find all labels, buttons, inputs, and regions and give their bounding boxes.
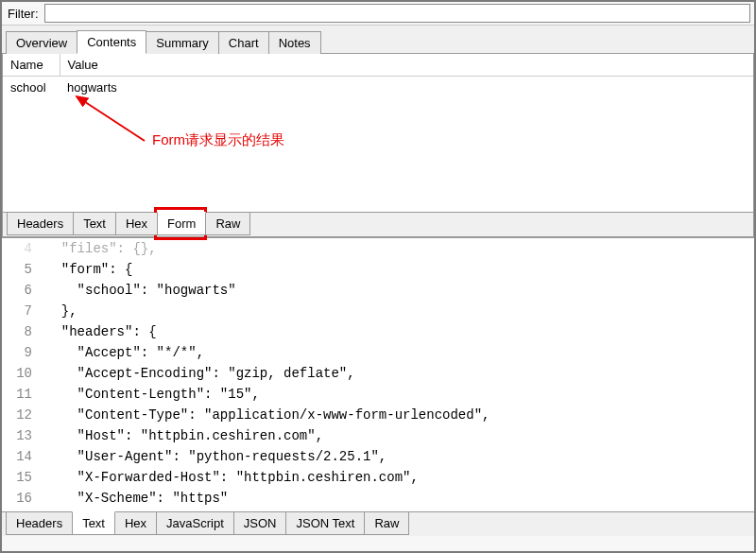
code-line: 15 "X-Forwarded-Host": "httpbin.ceshiren… bbox=[2, 467, 754, 488]
code-line: 4 "files": {}, bbox=[2, 238, 754, 259]
code-text: "Accept": "*/*", bbox=[45, 342, 754, 363]
request-tab-text[interactable]: Text bbox=[73, 213, 116, 235]
main-tab-overview[interactable]: Overview bbox=[6, 31, 77, 54]
cell-name: school bbox=[3, 77, 60, 99]
col-header-value[interactable]: Value bbox=[60, 54, 753, 77]
line-number: 11 bbox=[2, 384, 45, 405]
response-view-tabbar: HeadersTextHexJavaScriptJSONJSON TextRaw bbox=[2, 511, 754, 536]
code-text: "form": { bbox=[45, 259, 754, 280]
code-line: 13 "Host": "httpbin.ceshiren.com", bbox=[2, 425, 754, 446]
upper-pane: Name Value schoolhogwarts Form请求显示的结果 He… bbox=[2, 54, 754, 236]
main-tab-chart[interactable]: Chart bbox=[218, 31, 269, 54]
line-number: 15 bbox=[2, 467, 45, 488]
main-tab-contents[interactable]: Contents bbox=[77, 30, 146, 54]
main-tabbar: OverviewContentsSummaryChartNotes bbox=[2, 26, 754, 54]
code-text: "headers": { bbox=[45, 321, 754, 342]
code-line: 6 "school": "hogwarts" bbox=[2, 280, 754, 301]
code-line: 9 "Accept": "*/*", bbox=[2, 342, 754, 363]
line-number: 4 bbox=[2, 238, 45, 259]
line-number: 14 bbox=[2, 446, 45, 467]
request-tab-form[interactable]: Form bbox=[157, 212, 206, 235]
request-tab-headers[interactable]: Headers bbox=[7, 213, 74, 235]
cell-value: hogwarts bbox=[60, 77, 753, 99]
line-number: 16 bbox=[2, 488, 45, 509]
form-table: Name Value schoolhogwarts bbox=[3, 54, 753, 98]
code-text: "school": "hogwarts" bbox=[45, 280, 754, 301]
response-tab-json[interactable]: JSON bbox=[233, 512, 287, 535]
svg-line-0 bbox=[77, 96, 145, 141]
code-text: }, bbox=[45, 301, 754, 321]
code-line: 11 "Content-Length": "15", bbox=[2, 384, 754, 405]
col-header-name[interactable]: Name bbox=[3, 54, 60, 77]
code-line: 7 }, bbox=[2, 301, 754, 321]
line-number: 10 bbox=[2, 363, 45, 384]
filter-label: Filter: bbox=[6, 5, 44, 23]
response-tab-hex[interactable]: Hex bbox=[114, 512, 157, 535]
code-line: 12 "Content-Type": "application/x-www-fo… bbox=[2, 405, 754, 425]
table-row[interactable]: schoolhogwarts bbox=[3, 77, 753, 99]
line-number: 6 bbox=[2, 280, 45, 301]
code-text: "X-Scheme": "https" bbox=[45, 488, 754, 509]
response-code-pane[interactable]: 4 "files": {},5 "form": {6 "school": "ho… bbox=[2, 237, 754, 511]
code-line: 10 "Accept-Encoding": "gzip, deflate", bbox=[2, 363, 754, 384]
line-number: 9 bbox=[2, 342, 45, 363]
filter-row: Filter: bbox=[2, 2, 754, 26]
annotation-text: Form请求显示的结果 bbox=[152, 131, 284, 149]
main-tab-summary[interactable]: Summary bbox=[146, 31, 219, 54]
line-number: 7 bbox=[2, 301, 45, 321]
code-text: "files": {}, bbox=[45, 238, 754, 259]
main-tab-notes[interactable]: Notes bbox=[268, 31, 321, 54]
code-line: 8 "headers": { bbox=[2, 321, 754, 342]
upper-body-spacer: Form请求显示的结果 bbox=[3, 98, 753, 212]
line-number: 12 bbox=[2, 405, 45, 425]
code-text: "X-Forwarded-Host": "httpbin.ceshiren.co… bbox=[45, 467, 754, 488]
line-number: 8 bbox=[2, 321, 45, 342]
line-number: 13 bbox=[2, 425, 45, 446]
annotation-arrow-icon bbox=[60, 89, 154, 155]
code-line: 14 "User-Agent": "python-requests/2.25.1… bbox=[2, 446, 754, 467]
response-tab-javascript[interactable]: JavaScript bbox=[156, 512, 234, 535]
code-text: "Content-Type": "application/x-www-form-… bbox=[45, 405, 754, 425]
code-text: "Accept-Encoding": "gzip, deflate", bbox=[45, 363, 754, 384]
code-text: "Host": "httpbin.ceshiren.com", bbox=[45, 425, 754, 446]
code-line: 5 "form": { bbox=[2, 259, 754, 280]
app-window: Filter: OverviewContentsSummaryChartNote… bbox=[0, 0, 756, 553]
filter-input[interactable] bbox=[44, 4, 751, 23]
response-tab-raw[interactable]: Raw bbox=[364, 512, 409, 535]
response-tab-headers[interactable]: Headers bbox=[6, 512, 73, 535]
request-tab-raw[interactable]: Raw bbox=[205, 213, 250, 235]
line-number: 5 bbox=[2, 259, 45, 280]
code-text: "User-Agent": "python-requests/2.25.1", bbox=[45, 446, 754, 467]
code-line: 16 "X-Scheme": "https" bbox=[2, 488, 754, 509]
code-text: "Content-Length": "15", bbox=[45, 384, 754, 405]
response-tab-text[interactable]: Text bbox=[72, 511, 115, 535]
request-view-tabbar: HeadersTextHexFormRaw bbox=[3, 212, 753, 236]
response-tab-json-text[interactable]: JSON Text bbox=[285, 512, 365, 535]
request-tab-hex[interactable]: Hex bbox=[115, 213, 158, 235]
